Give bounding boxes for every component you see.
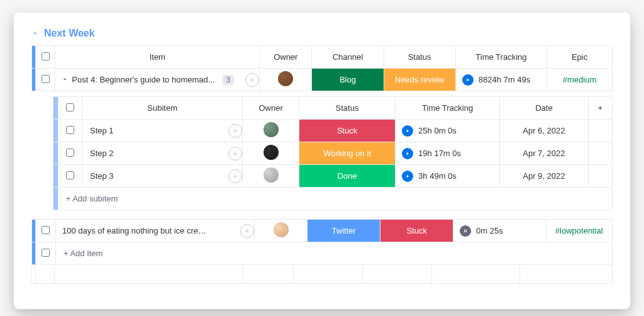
col-channel[interactable]: Channel	[312, 46, 384, 69]
main-table-continued: 100 days of eating nothing but ice cream…	[31, 219, 613, 265]
item-name-cell[interactable]: 100 days of eating nothing but ice cream	[55, 220, 254, 242]
sub-color-bar	[53, 188, 58, 210]
sub-empty-cell	[588, 142, 612, 165]
status-pill: Done	[299, 165, 395, 187]
sub-status-cell[interactable]: Stuck	[299, 120, 395, 142]
column-summary-strip	[31, 265, 613, 284]
sub-table-row[interactable]: Step 3 Done 3h 49m 0s Apr 9, 2022	[53, 165, 613, 188]
sub-time-tracking-cell[interactable]: 3h 49m 0s	[396, 165, 500, 188]
sub-date-cell[interactable]: Apr 9, 2022	[500, 165, 589, 188]
sub-col-time-tracking[interactable]: Time Tracking	[396, 97, 500, 120]
expand-subitems-icon[interactable]	[62, 75, 68, 84]
epic-cell[interactable]: #lowpotential	[546, 220, 612, 242]
sub-owner-cell[interactable]	[243, 165, 299, 188]
sub-col-date[interactable]: Date	[500, 97, 589, 120]
play-icon[interactable]	[462, 74, 474, 86]
select-all-checkbox-cell[interactable]	[36, 46, 55, 69]
subitem-name-cell[interactable]: Step 3	[82, 165, 242, 188]
add-conversation-icon[interactable]	[245, 73, 259, 87]
sub-row-checkbox[interactable]	[58, 165, 82, 188]
sub-col-subitem[interactable]: Subitem	[82, 97, 242, 120]
sub-status-cell[interactable]: Done	[299, 165, 395, 188]
owner-cell[interactable]	[255, 220, 308, 242]
pause-icon[interactable]	[460, 225, 471, 237]
add-subitem-row[interactable]: + Add subitem	[53, 188, 613, 210]
avatar	[264, 145, 279, 160]
add-item-button[interactable]: + Add Item	[55, 242, 612, 265]
sub-color-bar	[53, 120, 58, 142]
avatar	[274, 222, 289, 237]
sub-color-bar	[53, 165, 58, 188]
status-pill: Needs review	[384, 69, 455, 91]
sub-empty-cell	[588, 165, 612, 188]
sub-row-checkbox[interactable]	[58, 142, 82, 165]
sub-row-checkbox[interactable]	[58, 120, 82, 142]
chevron-down-icon	[31, 30, 39, 37]
sub-color-bar	[53, 97, 58, 120]
sub-empty-cell	[588, 120, 612, 142]
sub-col-owner[interactable]: Owner	[243, 97, 299, 120]
avatar	[264, 122, 279, 137]
sub-date-cell[interactable]: Apr 7, 2022	[500, 142, 589, 165]
sub-date-cell[interactable]: Apr 6, 2022	[500, 120, 589, 142]
col-time-tracking[interactable]: Time Tracking	[455, 46, 547, 69]
add-item-row[interactable]: + Add Item	[32, 242, 613, 265]
sub-table-row[interactable]: Step 1 Stuck 25h 0m 0s Apr 6, 2022	[53, 120, 613, 142]
row-checkbox[interactable]	[36, 220, 56, 242]
subitem-name: Step 1	[90, 126, 114, 135]
sub-col-status[interactable]: Status	[299, 97, 395, 120]
add-conversation-icon[interactable]	[240, 224, 254, 238]
status-cell[interactable]: Needs review	[384, 69, 455, 91]
status-pill: Stuck	[380, 220, 453, 242]
add-column-icon[interactable]: +	[588, 97, 612, 120]
sub-time-tracking-cell[interactable]: 25h 0m 0s	[396, 120, 500, 142]
time-tracking-cell[interactable]: 8824h 7m 49s	[455, 69, 547, 91]
status-cell[interactable]: Stuck	[380, 220, 453, 242]
sub-time-value: 3h 49m 0s	[418, 171, 457, 181]
subitem-name: Step 3	[90, 171, 114, 181]
sub-owner-cell[interactable]	[243, 142, 299, 165]
channel-pill: Twitter	[308, 220, 380, 242]
channel-cell[interactable]: Twitter	[308, 220, 380, 242]
row-checkbox[interactable]	[36, 242, 56, 265]
col-epic[interactable]: Epic	[547, 46, 613, 69]
time-value: 0m 25s	[476, 226, 503, 235]
col-item[interactable]: Item	[55, 46, 260, 69]
group-title: Next Week	[44, 28, 95, 39]
subitems-table-wrapper: Subitem Owner Status Time Tracking Date …	[53, 96, 613, 210]
add-conversation-icon[interactable]	[228, 124, 242, 138]
add-conversation-icon[interactable]	[228, 147, 242, 161]
subitems-table: Subitem Owner Status Time Tracking Date …	[53, 96, 613, 210]
add-conversation-icon[interactable]	[228, 169, 242, 183]
subitem-name-cell[interactable]: Step 1	[82, 120, 242, 142]
sub-select-all[interactable]	[58, 97, 82, 120]
sub-time-tracking-cell[interactable]: 19h 17m 0s	[396, 142, 500, 165]
col-owner[interactable]: Owner	[260, 46, 312, 69]
channel-cell[interactable]: Blog	[312, 69, 384, 91]
channel-pill: Blog	[312, 69, 383, 91]
play-icon[interactable]	[402, 171, 413, 182]
sub-color-bar	[53, 142, 58, 165]
item-name-cell[interactable]: Post 4: Beginner's guide to homemad... 3	[55, 69, 260, 91]
col-status[interactable]: Status	[384, 46, 455, 69]
subitem-name-cell[interactable]: Step 2	[82, 142, 242, 165]
table-row[interactable]: Post 4: Beginner's guide to homemad... 3…	[32, 69, 613, 91]
time-tracking-cell[interactable]: 0m 25s	[453, 220, 547, 242]
item-name: 100 days of eating nothing but ice cream	[62, 226, 207, 235]
subitem-name: Step 2	[90, 149, 114, 158]
avatar	[278, 71, 293, 86]
play-icon[interactable]	[402, 125, 413, 137]
play-icon[interactable]	[402, 148, 413, 159]
table-row[interactable]: 100 days of eating nothing but ice cream…	[32, 220, 613, 242]
group-header[interactable]: Next Week	[31, 28, 613, 39]
column-header-row: Item Owner Channel Status Time Tracking …	[32, 46, 613, 69]
sub-time-value: 19h 17m 0s	[418, 149, 461, 158]
add-subitem-button[interactable]: + Add subitem	[58, 188, 612, 210]
epic-cell[interactable]: #medium	[547, 69, 613, 91]
sub-owner-cell[interactable]	[243, 120, 299, 142]
main-table: Item Owner Channel Status Time Tracking …	[31, 45, 613, 91]
sub-status-cell[interactable]: Working on it	[299, 142, 395, 165]
row-checkbox[interactable]	[36, 69, 55, 91]
sub-table-row[interactable]: Step 2 Working on it 19h 17m 0s Apr 7, 2…	[53, 142, 613, 165]
owner-cell[interactable]	[260, 69, 312, 91]
